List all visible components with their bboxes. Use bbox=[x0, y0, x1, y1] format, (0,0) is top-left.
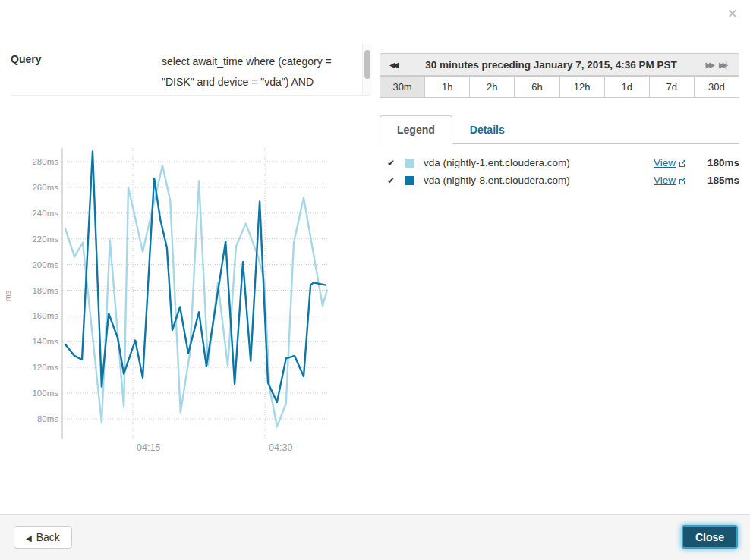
back-chevron-icon: ◀ bbox=[26, 534, 32, 543]
tab-legend[interactable]: Legend bbox=[380, 115, 452, 144]
y-tick-label: 180ms bbox=[32, 286, 58, 295]
series-name: vda (nightly-1.ent.cloudera.com) bbox=[424, 157, 654, 168]
range-button-2h[interactable]: 2h bbox=[469, 76, 515, 98]
range-button-1d[interactable]: 1d bbox=[604, 76, 650, 98]
legend-row: ✔vda (nightly-1.ent.cloudera.com)View180… bbox=[380, 154, 739, 171]
y-tick-label: 260ms bbox=[32, 183, 58, 192]
external-link-icon bbox=[679, 159, 686, 167]
time-range-header: ◀◀ 30 minutes preceding January 7, 2015,… bbox=[380, 53, 739, 76]
y-tick-label: 100ms bbox=[32, 389, 58, 398]
divider bbox=[11, 95, 370, 96]
y-tick-label: 200ms bbox=[32, 260, 58, 269]
rewind-icon[interactable]: ◀◀ bbox=[386, 61, 399, 69]
skip-to-now-icon[interactable]: ▶▶▏ bbox=[716, 61, 733, 69]
legend-panel: LegendDetails ✔vda (nightly-1.ent.cloude… bbox=[380, 115, 739, 453]
y-axis-title: ms bbox=[3, 290, 12, 301]
series-color-swatch bbox=[405, 176, 414, 185]
time-range-selector: ◀◀ 30 minutes preceding January 7, 2015,… bbox=[380, 53, 739, 98]
series-line-1 bbox=[65, 151, 326, 402]
back-button[interactable]: ◀Back bbox=[14, 526, 72, 549]
tab-bar: LegendDetails bbox=[380, 115, 739, 144]
legend-row: ✔vda (nightly-8.ent.cloudera.com)View185… bbox=[380, 171, 739, 189]
time-range-buttons: 30m1h2h6h12h1d7d30d bbox=[380, 76, 739, 98]
range-button-30d[interactable]: 30d bbox=[694, 76, 739, 98]
close-icon[interactable]: ✕ bbox=[727, 8, 738, 20]
range-button-6h[interactable]: 6h bbox=[514, 76, 559, 98]
y-tick-label: 120ms bbox=[32, 363, 58, 372]
series-name: vda (nightly-8.ent.cloudera.com) bbox=[424, 175, 654, 186]
series-current-value: 185ms bbox=[691, 175, 739, 186]
range-button-7d[interactable]: 7d bbox=[649, 76, 695, 98]
series-current-value: 180ms bbox=[691, 157, 739, 168]
query-scrollbar-thumb[interactable] bbox=[364, 50, 370, 79]
y-tick-label: 280ms bbox=[32, 157, 58, 166]
fast-forward-icon[interactable]: ▶▶ bbox=[703, 61, 716, 69]
range-button-30m[interactable]: 30m bbox=[380, 76, 425, 98]
close-button[interactable]: Close bbox=[682, 525, 738, 549]
y-tick-label: 240ms bbox=[32, 209, 58, 218]
footer-bar: ◀Back Close bbox=[0, 514, 750, 560]
y-tick-label: 80ms bbox=[37, 414, 58, 423]
series-line-0 bbox=[65, 165, 327, 426]
range-button-12h[interactable]: 12h bbox=[559, 76, 605, 98]
await-time-chart: 80ms100ms120ms140ms160ms180ms200ms220ms2… bbox=[0, 144, 364, 463]
series-color-swatch bbox=[405, 159, 414, 168]
y-tick-label: 220ms bbox=[32, 234, 58, 244]
legend-rows: ✔vda (nightly-1.ent.cloudera.com)View180… bbox=[380, 144, 739, 189]
y-tick-label: 160ms bbox=[32, 311, 58, 320]
query-text: select await_time where (category = "DIS… bbox=[162, 52, 361, 95]
query-scrollbar[interactable] bbox=[362, 44, 372, 95]
chart-detail-modal: ✕ Query select await_time where (categor… bbox=[0, 0, 750, 560]
view-link[interactable]: View bbox=[654, 157, 676, 168]
time-range-title: 30 minutes preceding January 7, 2015, 4:… bbox=[399, 59, 702, 71]
view-link[interactable]: View bbox=[654, 175, 676, 186]
series-enabled-check-icon[interactable]: ✔ bbox=[380, 158, 405, 168]
external-link-icon bbox=[679, 177, 686, 184]
series-enabled-check-icon[interactable]: ✔ bbox=[380, 175, 405, 186]
range-button-1h[interactable]: 1h bbox=[424, 76, 470, 98]
chart-canvas: 80ms100ms120ms140ms160ms180ms200ms220ms2… bbox=[0, 144, 364, 463]
x-tick-label: 04:15 bbox=[137, 442, 160, 453]
x-tick-label: 04:30 bbox=[269, 442, 292, 453]
query-label: Query bbox=[11, 53, 41, 65]
tab-details[interactable]: Details bbox=[452, 115, 522, 144]
y-tick-label: 140ms bbox=[32, 337, 58, 346]
